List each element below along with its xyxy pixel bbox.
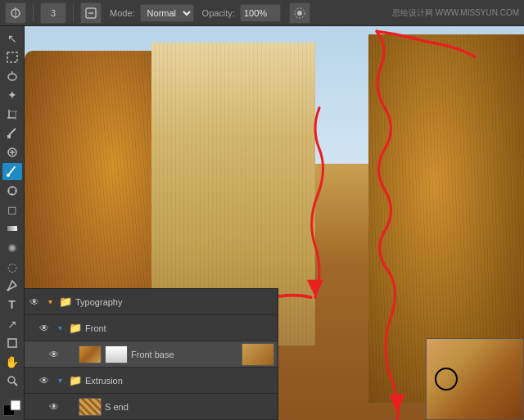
layers-panel: 👁 ▾ 📁 Typography 👁 ▾ 📁 Front 👁	[25, 288, 278, 420]
move-tool[interactable]: ↖	[2, 29, 22, 47]
layer-name-typography: Typography	[75, 297, 274, 307]
airbrush-btn[interactable]	[289, 2, 310, 24]
layer-typography[interactable]: 👁 ▾ 📁 Typography	[25, 289, 278, 315]
layer-preview-thumb	[242, 343, 274, 366]
separator-1	[33, 4, 34, 22]
separator-2	[73, 4, 74, 22]
svg-point-27	[10, 246, 15, 251]
tools-panel: ↖ ✦ ◻ ◌ T	[0, 26, 25, 420]
layer-eye-typography[interactable]: 👁	[28, 296, 41, 308]
zoom-tool[interactable]	[2, 373, 22, 390]
bottom-right-preview	[426, 338, 524, 420]
eyedropper-tool[interactable]	[2, 124, 22, 142]
main-area: ↖ ✦ ◻ ◌ T	[0, 26, 524, 420]
svg-point-28	[7, 289, 9, 291]
svg-rect-25	[7, 226, 17, 231]
heal-brush-tool[interactable]	[2, 144, 22, 161]
layer-eye-extrusion[interactable]: 👁	[38, 375, 51, 386]
brush-options-btn[interactable]	[80, 2, 102, 24]
opacity-label: Opacity:	[202, 8, 235, 18]
hand-tool[interactable]: ✋	[2, 354, 22, 371]
layer-eye-front-base[interactable]: 👁	[47, 349, 61, 360]
path-select-tool[interactable]: ↗	[2, 315, 22, 332]
eraser-tool[interactable]: ◻	[2, 201, 22, 218]
svg-rect-6	[7, 52, 17, 62]
fg-bg-colors[interactable]	[2, 399, 22, 417]
layer-expand-extrusion[interactable]: ▾	[54, 376, 66, 385]
watermark: 思绘设计网 WWW.MISSYUN.COM	[392, 7, 519, 19]
svg-point-7	[8, 74, 16, 80]
toolbar: 3 Mode: Normal Opacity: 思绘设计网 WWW.MISSYU…	[0, 0, 524, 26]
layer-name-extrusion: Extrusion	[85, 376, 274, 386]
brush-tool[interactable]	[2, 163, 22, 180]
brush-preset-btn[interactable]	[5, 2, 26, 24]
dodge-tool[interactable]: ◌	[2, 258, 22, 275]
layer-eye-s-end[interactable]: 👁	[47, 401, 61, 413]
svg-rect-34	[11, 400, 20, 410]
canvas-area[interactable]: 👁 ▾ 📁 Typography 👁 ▾ 📁 Front 👁	[25, 26, 524, 420]
layer-expand-typography[interactable]: ▾	[44, 297, 56, 306]
circle-annotation	[435, 368, 458, 391]
layer-front-base[interactable]: 👁 Front base	[25, 341, 278, 368]
type-tool[interactable]: T	[2, 296, 22, 314]
blur-tool[interactable]	[2, 239, 22, 256]
select-rect-tool[interactable]	[2, 48, 22, 65]
canvas-image: 👁 ▾ 📁 Typography 👁 ▾ 📁 Front 👁	[25, 26, 524, 420]
svg-point-30	[8, 377, 15, 383]
svg-line-31	[14, 382, 17, 386]
layer-front[interactable]: 👁 ▾ 📁 Front	[25, 315, 278, 341]
layer-thumb-mask-front-base	[105, 345, 128, 364]
layer-name-front: Front	[85, 323, 274, 333]
pen-tool[interactable]	[2, 277, 22, 294]
brush-size-display[interactable]: 3	[40, 2, 66, 24]
magic-wand-tool[interactable]: ✦	[2, 87, 22, 104]
crop-tool[interactable]	[2, 106, 22, 123]
svg-point-4	[297, 11, 302, 16]
mode-label: Mode:	[110, 8, 135, 18]
layer-s-end[interactable]: 👁 S end	[25, 394, 278, 420]
svg-rect-13	[7, 135, 11, 138]
layer-name-s-end: S end	[105, 402, 274, 412]
layer-thumb-front-base	[79, 345, 102, 364]
layer-eye-front[interactable]: 👁	[38, 323, 51, 334]
layer-folder-icon-front: 📁	[69, 322, 82, 334]
layer-extrusion[interactable]: 👁 ▾ 📁 Extrusion	[25, 368, 278, 394]
shape-tool[interactable]	[2, 334, 22, 351]
svg-point-19	[7, 174, 10, 177]
layer-expand-front[interactable]: ▾	[54, 323, 66, 332]
layer-folder-icon-typography: 📁	[59, 296, 72, 308]
svg-line-14	[9, 129, 16, 135]
layer-folder-icon-extrusion: 📁	[69, 374, 82, 386]
layer-name-front-base: Front base	[131, 350, 238, 359]
mode-select[interactable]: Normal	[140, 4, 194, 22]
gradient-tool[interactable]	[2, 220, 22, 237]
opacity-input[interactable]	[240, 4, 281, 22]
layer-thumb-s-end	[79, 398, 102, 416]
clone-stamp-tool[interactable]	[2, 182, 22, 199]
svg-rect-29	[8, 339, 16, 347]
lasso-tool[interactable]	[2, 68, 22, 85]
